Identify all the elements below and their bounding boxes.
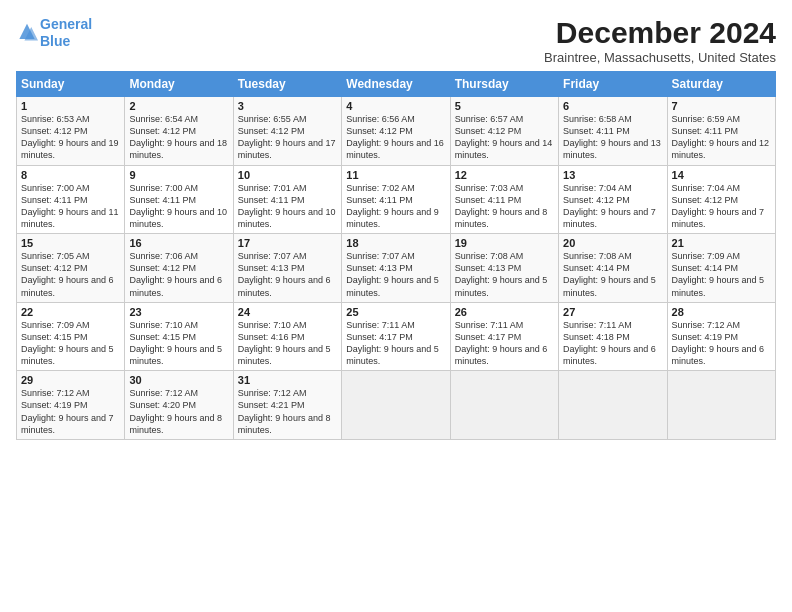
table-row: 28Sunrise: 7:12 AMSunset: 4:19 PMDayligh… bbox=[667, 302, 775, 371]
day-cell-info: Sunrise: 7:10 AMSunset: 4:16 PMDaylight:… bbox=[238, 319, 337, 368]
table-row bbox=[667, 371, 775, 440]
day-number: 14 bbox=[672, 169, 771, 181]
calendar-week-row: 8Sunrise: 7:00 AMSunset: 4:11 PMDaylight… bbox=[17, 165, 776, 234]
day-number: 3 bbox=[238, 100, 337, 112]
day-cell-info: Sunrise: 7:04 AMSunset: 4:12 PMDaylight:… bbox=[563, 182, 662, 231]
table-row: 14Sunrise: 7:04 AMSunset: 4:12 PMDayligh… bbox=[667, 165, 775, 234]
day-cell-info: Sunrise: 7:02 AMSunset: 4:11 PMDaylight:… bbox=[346, 182, 445, 231]
day-cell-info: Sunrise: 7:00 AMSunset: 4:11 PMDaylight:… bbox=[21, 182, 120, 231]
table-row: 24Sunrise: 7:10 AMSunset: 4:16 PMDayligh… bbox=[233, 302, 341, 371]
day-number: 22 bbox=[21, 306, 120, 318]
day-cell-info: Sunrise: 6:57 AMSunset: 4:12 PMDaylight:… bbox=[455, 113, 554, 162]
table-row: 29Sunrise: 7:12 AMSunset: 4:19 PMDayligh… bbox=[17, 371, 125, 440]
day-number: 30 bbox=[129, 374, 228, 386]
day-number: 19 bbox=[455, 237, 554, 249]
day-number: 21 bbox=[672, 237, 771, 249]
day-cell-info: Sunrise: 7:01 AMSunset: 4:11 PMDaylight:… bbox=[238, 182, 337, 231]
table-row: 3Sunrise: 6:55 AMSunset: 4:12 PMDaylight… bbox=[233, 97, 341, 166]
table-row: 17Sunrise: 7:07 AMSunset: 4:13 PMDayligh… bbox=[233, 234, 341, 303]
day-number: 24 bbox=[238, 306, 337, 318]
calendar-week-row: 15Sunrise: 7:05 AMSunset: 4:12 PMDayligh… bbox=[17, 234, 776, 303]
logo-icon bbox=[16, 22, 38, 44]
table-row: 5Sunrise: 6:57 AMSunset: 4:12 PMDaylight… bbox=[450, 97, 558, 166]
table-row: 19Sunrise: 7:08 AMSunset: 4:13 PMDayligh… bbox=[450, 234, 558, 303]
day-number: 23 bbox=[129, 306, 228, 318]
table-row: 23Sunrise: 7:10 AMSunset: 4:15 PMDayligh… bbox=[125, 302, 233, 371]
calendar-week-row: 29Sunrise: 7:12 AMSunset: 4:19 PMDayligh… bbox=[17, 371, 776, 440]
table-row: 8Sunrise: 7:00 AMSunset: 4:11 PMDaylight… bbox=[17, 165, 125, 234]
day-number: 4 bbox=[346, 100, 445, 112]
day-number: 28 bbox=[672, 306, 771, 318]
day-number: 27 bbox=[563, 306, 662, 318]
day-number: 16 bbox=[129, 237, 228, 249]
table-row: 4Sunrise: 6:56 AMSunset: 4:12 PMDaylight… bbox=[342, 97, 450, 166]
day-number: 17 bbox=[238, 237, 337, 249]
table-row: 11Sunrise: 7:02 AMSunset: 4:11 PMDayligh… bbox=[342, 165, 450, 234]
day-cell-info: Sunrise: 7:00 AMSunset: 4:11 PMDaylight:… bbox=[129, 182, 228, 231]
table-row: 27Sunrise: 7:11 AMSunset: 4:18 PMDayligh… bbox=[559, 302, 667, 371]
day-cell-info: Sunrise: 7:12 AMSunset: 4:21 PMDaylight:… bbox=[238, 387, 337, 436]
logo-text: General Blue bbox=[40, 16, 92, 50]
col-saturday: Saturday bbox=[667, 72, 775, 97]
day-number: 5 bbox=[455, 100, 554, 112]
day-cell-info: Sunrise: 7:10 AMSunset: 4:15 PMDaylight:… bbox=[129, 319, 228, 368]
table-row bbox=[559, 371, 667, 440]
table-row: 20Sunrise: 7:08 AMSunset: 4:14 PMDayligh… bbox=[559, 234, 667, 303]
day-number: 11 bbox=[346, 169, 445, 181]
day-cell-info: Sunrise: 7:11 AMSunset: 4:17 PMDaylight:… bbox=[455, 319, 554, 368]
logo: General Blue bbox=[16, 16, 92, 50]
col-thursday: Thursday bbox=[450, 72, 558, 97]
day-cell-info: Sunrise: 6:53 AMSunset: 4:12 PMDaylight:… bbox=[21, 113, 120, 162]
day-cell-info: Sunrise: 7:09 AMSunset: 4:15 PMDaylight:… bbox=[21, 319, 120, 368]
table-row: 2Sunrise: 6:54 AMSunset: 4:12 PMDaylight… bbox=[125, 97, 233, 166]
table-row: 10Sunrise: 7:01 AMSunset: 4:11 PMDayligh… bbox=[233, 165, 341, 234]
table-row: 18Sunrise: 7:07 AMSunset: 4:13 PMDayligh… bbox=[342, 234, 450, 303]
day-number: 15 bbox=[21, 237, 120, 249]
day-cell-info: Sunrise: 7:05 AMSunset: 4:12 PMDaylight:… bbox=[21, 250, 120, 299]
table-row bbox=[342, 371, 450, 440]
table-row bbox=[450, 371, 558, 440]
table-row: 22Sunrise: 7:09 AMSunset: 4:15 PMDayligh… bbox=[17, 302, 125, 371]
col-sunday: Sunday bbox=[17, 72, 125, 97]
day-cell-info: Sunrise: 7:09 AMSunset: 4:14 PMDaylight:… bbox=[672, 250, 771, 299]
day-cell-info: Sunrise: 7:12 AMSunset: 4:20 PMDaylight:… bbox=[129, 387, 228, 436]
day-cell-info: Sunrise: 7:04 AMSunset: 4:12 PMDaylight:… bbox=[672, 182, 771, 231]
table-row: 1Sunrise: 6:53 AMSunset: 4:12 PMDaylight… bbox=[17, 97, 125, 166]
table-row: 30Sunrise: 7:12 AMSunset: 4:20 PMDayligh… bbox=[125, 371, 233, 440]
table-row: 31Sunrise: 7:12 AMSunset: 4:21 PMDayligh… bbox=[233, 371, 341, 440]
day-cell-info: Sunrise: 7:11 AMSunset: 4:18 PMDaylight:… bbox=[563, 319, 662, 368]
day-cell-info: Sunrise: 7:11 AMSunset: 4:17 PMDaylight:… bbox=[346, 319, 445, 368]
day-number: 7 bbox=[672, 100, 771, 112]
calendar-table: Sunday Monday Tuesday Wednesday Thursday… bbox=[16, 71, 776, 440]
day-cell-info: Sunrise: 6:54 AMSunset: 4:12 PMDaylight:… bbox=[129, 113, 228, 162]
col-tuesday: Tuesday bbox=[233, 72, 341, 97]
calendar-week-row: 22Sunrise: 7:09 AMSunset: 4:15 PMDayligh… bbox=[17, 302, 776, 371]
table-row: 25Sunrise: 7:11 AMSunset: 4:17 PMDayligh… bbox=[342, 302, 450, 371]
day-cell-info: Sunrise: 6:59 AMSunset: 4:11 PMDaylight:… bbox=[672, 113, 771, 162]
day-number: 29 bbox=[21, 374, 120, 386]
month-year-title: December 2024 bbox=[544, 16, 776, 50]
table-row: 16Sunrise: 7:06 AMSunset: 4:12 PMDayligh… bbox=[125, 234, 233, 303]
col-wednesday: Wednesday bbox=[342, 72, 450, 97]
table-row: 21Sunrise: 7:09 AMSunset: 4:14 PMDayligh… bbox=[667, 234, 775, 303]
day-number: 1 bbox=[21, 100, 120, 112]
header-row: General Blue December 2024 Braintree, Ma… bbox=[16, 16, 776, 65]
title-block: December 2024 Braintree, Massachusetts, … bbox=[544, 16, 776, 65]
day-cell-info: Sunrise: 7:08 AMSunset: 4:13 PMDaylight:… bbox=[455, 250, 554, 299]
day-number: 12 bbox=[455, 169, 554, 181]
table-row: 9Sunrise: 7:00 AMSunset: 4:11 PMDaylight… bbox=[125, 165, 233, 234]
table-row: 13Sunrise: 7:04 AMSunset: 4:12 PMDayligh… bbox=[559, 165, 667, 234]
day-cell-info: Sunrise: 7:03 AMSunset: 4:11 PMDaylight:… bbox=[455, 182, 554, 231]
day-number: 26 bbox=[455, 306, 554, 318]
col-monday: Monday bbox=[125, 72, 233, 97]
day-number: 13 bbox=[563, 169, 662, 181]
table-row: 26Sunrise: 7:11 AMSunset: 4:17 PMDayligh… bbox=[450, 302, 558, 371]
day-cell-info: Sunrise: 7:08 AMSunset: 4:14 PMDaylight:… bbox=[563, 250, 662, 299]
day-cell-info: Sunrise: 7:07 AMSunset: 4:13 PMDaylight:… bbox=[238, 250, 337, 299]
calendar-week-row: 1Sunrise: 6:53 AMSunset: 4:12 PMDaylight… bbox=[17, 97, 776, 166]
day-cell-info: Sunrise: 7:06 AMSunset: 4:12 PMDaylight:… bbox=[129, 250, 228, 299]
day-number: 20 bbox=[563, 237, 662, 249]
table-row: 12Sunrise: 7:03 AMSunset: 4:11 PMDayligh… bbox=[450, 165, 558, 234]
table-row: 15Sunrise: 7:05 AMSunset: 4:12 PMDayligh… bbox=[17, 234, 125, 303]
day-number: 25 bbox=[346, 306, 445, 318]
